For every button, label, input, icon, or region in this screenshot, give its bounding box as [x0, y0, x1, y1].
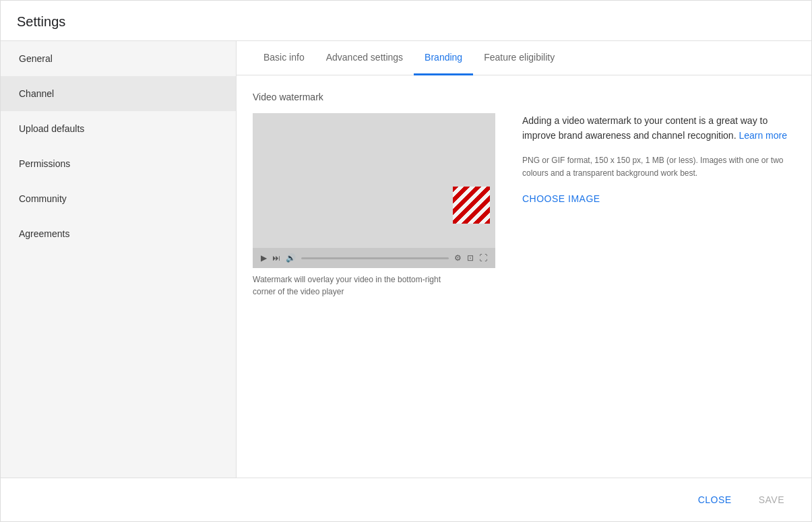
volume-icon[interactable]: 🔊: [286, 253, 296, 263]
sidebar-item-channel[interactable]: Channel: [1, 76, 236, 111]
video-player: [253, 113, 495, 248]
sidebar-item-agreements[interactable]: Agreements: [1, 216, 236, 251]
skip-icon[interactable]: ⏭: [272, 253, 280, 263]
play-icon[interactable]: ▶: [261, 253, 267, 263]
close-button[interactable]: CLOSE: [687, 489, 743, 511]
section-title: Video watermark: [253, 92, 795, 102]
sidebar-item-community[interactable]: Community: [1, 181, 236, 216]
watermark-overlay: [453, 187, 490, 224]
tabs: Basic info Advanced settings Branding Fe…: [237, 41, 811, 75]
progress-bar[interactable]: [301, 257, 449, 259]
dialog-footer: CLOSE SAVE: [1, 478, 811, 521]
format-note: PNG or GIF format, 150 x 150 px, 1 MB (o…: [522, 154, 795, 180]
dialog-title: Settings: [17, 14, 65, 29]
watermark-area: ▶ ⏭ 🔊 ⚙ ⊡ ⛶ Watermark will overlay your …: [253, 113, 795, 298]
video-preview: ▶ ⏭ 🔊 ⚙ ⊡ ⛶ Watermark will overlay your …: [253, 113, 495, 298]
watermark-description: Adding a video watermark to your content…: [522, 113, 795, 143]
tab-branding[interactable]: Branding: [414, 41, 473, 75]
tab-advanced-settings[interactable]: Advanced settings: [315, 41, 414, 75]
content-area: Basic info Advanced settings Branding Fe…: [237, 41, 811, 478]
sidebar-item-general[interactable]: General: [1, 41, 236, 76]
learn-more-link[interactable]: Learn more: [739, 130, 787, 141]
tab-feature-eligibility[interactable]: Feature eligibility: [473, 41, 565, 75]
choose-image-button[interactable]: CHOOSE IMAGE: [522, 193, 600, 204]
sidebar-item-upload-defaults[interactable]: Upload defaults: [1, 111, 236, 146]
settings-dialog: Settings General Channel Upload defaults…: [0, 0, 812, 522]
dialog-header: Settings: [1, 1, 811, 41]
dialog-body: General Channel Upload defaults Permissi…: [1, 41, 811, 478]
sidebar: General Channel Upload defaults Permissi…: [1, 41, 237, 478]
sidebar-item-permissions[interactable]: Permissions: [1, 146, 236, 181]
fullscreen-icon[interactable]: ⛶: [479, 253, 487, 263]
save-button[interactable]: SAVE: [748, 489, 795, 511]
info-area: Adding a video watermark to your content…: [522, 113, 795, 204]
content-main: Video watermark ▶ ⏭ 🔊: [237, 75, 811, 478]
tab-basic-info[interactable]: Basic info: [253, 41, 315, 75]
video-caption: Watermark will overlay your video in the…: [253, 273, 495, 298]
watermark-stripes: [453, 187, 490, 224]
miniplayer-icon[interactable]: ⊡: [467, 253, 474, 263]
video-controls: ▶ ⏭ 🔊 ⚙ ⊡ ⛶: [253, 248, 495, 268]
settings-icon[interactable]: ⚙: [454, 253, 462, 263]
